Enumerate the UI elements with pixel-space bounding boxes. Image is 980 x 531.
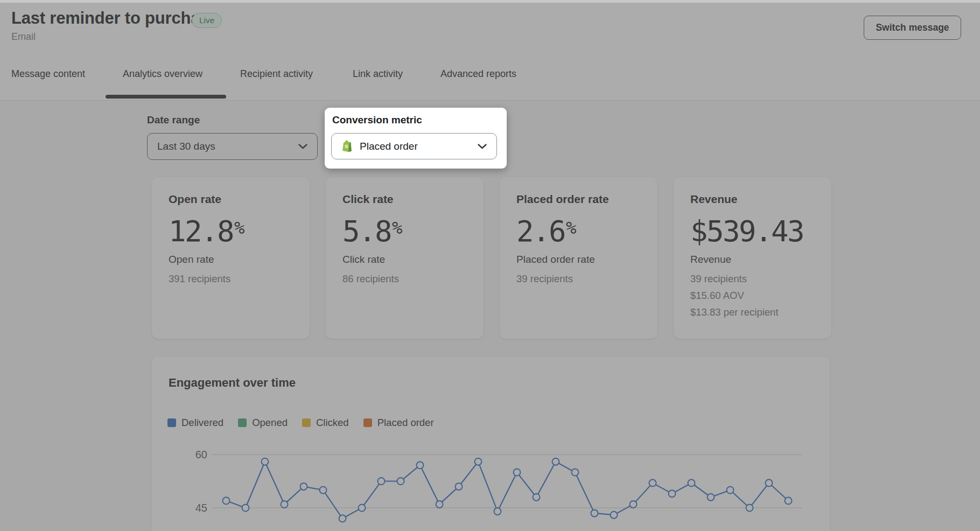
dim-overlay: [0, 0, 980, 531]
chevron-down-icon: [478, 144, 487, 149]
conversion-metric-value: Placed order: [360, 141, 478, 152]
shopify-icon: S: [341, 140, 353, 152]
conversion-metric-select[interactable]: S Placed order: [331, 133, 497, 159]
window-top-edge: [0, 0, 980, 3]
svg-text:S: S: [345, 143, 348, 149]
analytics-page: Last reminder to purchase Live Email Swi…: [0, 0, 980, 531]
conversion-metric-highlight: Conversion metric S Placed order: [325, 108, 507, 169]
conversion-metric-label: Conversion metric: [332, 114, 422, 126]
